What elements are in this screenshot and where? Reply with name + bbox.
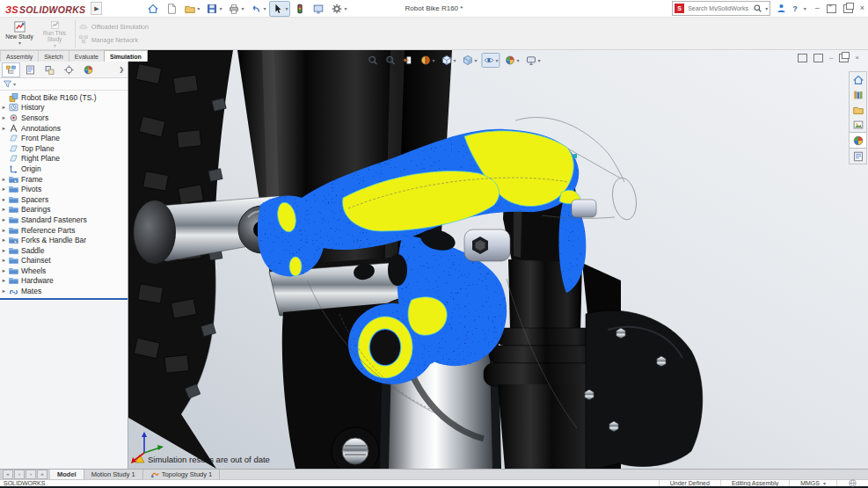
tab-model[interactable]: Model xyxy=(50,470,84,479)
help-button[interactable]: ? xyxy=(792,4,798,13)
edit-appearance-icon[interactable]: ▾ xyxy=(503,53,522,68)
tree-item-reference-parts[interactable]: ▸Reference Parts xyxy=(0,225,128,236)
panel-expand-icon[interactable]: ❯ xyxy=(119,66,126,73)
design-library-icon[interactable] xyxy=(850,87,866,102)
tree-item-history[interactable]: ▸History xyxy=(0,103,128,113)
previous-view-icon[interactable] xyxy=(400,53,415,68)
search-icon[interactable] xyxy=(753,4,762,13)
filter-dropdown-icon[interactable]: ▾ xyxy=(13,81,16,87)
tab-evaluate[interactable]: Evaluate xyxy=(69,50,105,62)
view-palette-icon[interactable] xyxy=(850,117,866,132)
tree-item-sensors[interactable]: ▸Sensors xyxy=(0,113,128,123)
tree-item-top-plane[interactable]: Top Plane xyxy=(0,143,128,154)
filter-icon[interactable] xyxy=(3,79,12,89)
zoom-to-fit-icon[interactable] xyxy=(365,53,380,68)
solidworks-resources-icon[interactable] xyxy=(850,72,866,87)
status-editing-mode[interactable]: Editing Assembly xyxy=(720,480,789,486)
options-icon[interactable]: ▾ xyxy=(328,1,349,17)
display-style-icon[interactable]: ▾ xyxy=(461,53,479,68)
section-view-icon[interactable]: ▾ xyxy=(418,53,436,68)
print-icon[interactable]: ▾ xyxy=(225,1,246,17)
tree-item-origin[interactable]: Origin xyxy=(0,164,128,174)
home-icon[interactable] xyxy=(144,1,162,17)
help-dropdown-icon[interactable]: ▾ xyxy=(804,5,806,11)
tree-item-bearings[interactable]: ▸Bearings xyxy=(0,205,128,215)
tree-item-chainset[interactable]: ▸Chainset xyxy=(0,256,128,266)
viewport-close-icon[interactable]: × xyxy=(855,55,859,62)
dimxpert-manager-icon[interactable] xyxy=(60,62,78,77)
tree-item-wheels[interactable]: ▸Wheels xyxy=(0,266,128,276)
view-orientation-icon[interactable]: ▾ xyxy=(440,53,458,68)
tree-item-pivots[interactable]: ▸Pivots xyxy=(0,184,128,194)
view-settings-icon[interactable]: ▾ xyxy=(524,53,543,68)
folder-icon xyxy=(8,194,19,205)
tree-root[interactable]: Robot Bike R160 (TS.) xyxy=(0,92,128,103)
tab-sketch[interactable]: Sketch xyxy=(38,50,69,62)
tree-item-saddle[interactable]: ▸Saddle xyxy=(0,245,128,256)
status-globe-icon[interactable] xyxy=(836,480,868,486)
tree-item-spacers[interactable]: ▸Spacers xyxy=(0,194,128,205)
search-input[interactable] xyxy=(686,4,751,12)
folder-icon xyxy=(8,184,19,194)
tab-simulation[interactable]: Simulation xyxy=(104,50,148,62)
tree-item-standard-fasteners[interactable]: ▸Standard Fasteners xyxy=(0,215,128,225)
feature-manager-tree-icon[interactable] xyxy=(2,62,20,77)
configuration-manager-icon[interactable] xyxy=(40,62,59,77)
file-properties-icon[interactable] xyxy=(310,1,327,17)
toolbar-flyout-arrow[interactable]: ▶ xyxy=(91,2,102,15)
restore-button[interactable] xyxy=(843,4,853,13)
custom-properties-icon[interactable] xyxy=(850,149,866,164)
property-manager-icon[interactable] xyxy=(21,62,40,77)
bottom-bracket-disc[interactable] xyxy=(332,427,379,469)
tab-motion-study-1[interactable]: Motion Study 1 xyxy=(84,470,143,479)
titlebar-right: S ▾ ? ▾ – × xyxy=(672,1,864,16)
new-document-icon[interactable] xyxy=(163,1,180,17)
hide-show-items-icon[interactable]: ▾ xyxy=(482,53,500,68)
tree-item-right-plane[interactable]: Right Plane xyxy=(0,154,128,164)
model-scene[interactable]: Simulation results are out of date xyxy=(128,50,868,469)
pane-right-icon[interactable] xyxy=(813,54,823,62)
tree-item-front-plane[interactable]: Front Plane xyxy=(0,133,128,143)
folder-icon xyxy=(8,255,19,266)
manage-network-button[interactable]: Manage Network xyxy=(78,34,149,45)
solidworks-window: ЗSSOLIDWORKS ▶ ▾ ▾ ▾ ▾ ▾ ▾ Robot Bike R1… xyxy=(0,0,868,488)
tree-item-mates[interactable]: ▸Mates xyxy=(0,286,128,296)
select-icon[interactable]: ▾ xyxy=(269,1,290,17)
rebuild-icon[interactable] xyxy=(291,1,309,17)
command-manager-ribbon: New Study▾ Run This Study▾ Offloaded Sim… xyxy=(0,18,868,50)
tab-topology-study-1[interactable]: Topology Study 1 xyxy=(143,470,221,479)
pin-button[interactable] xyxy=(827,4,836,13)
folder-icon xyxy=(8,275,19,286)
offloaded-simulation-button[interactable]: Offloaded Simulation xyxy=(78,21,149,32)
zoom-to-area-icon[interactable] xyxy=(383,53,398,68)
search-box[interactable]: S ▾ xyxy=(672,1,770,16)
folder-icon xyxy=(8,266,19,276)
appearances-scenes-icon[interactable] xyxy=(850,132,866,149)
scroll-prev-icon[interactable]: ‹ xyxy=(14,470,25,479)
viewport-minimize-icon[interactable]: – xyxy=(829,55,833,62)
scroll-next-icon[interactable]: › xyxy=(26,470,36,479)
tree-item-forks-handle-bar[interactable]: ▸Forks & Handle Bar xyxy=(0,235,128,245)
tree-item-annotations[interactable]: ▸Annotations xyxy=(0,123,128,134)
tree-item-frame[interactable]: ▸Frame xyxy=(0,174,128,185)
scroll-first-icon[interactable]: « xyxy=(3,470,13,479)
status-units[interactable]: MMGS▾ xyxy=(789,480,836,486)
open-icon[interactable]: ▾ xyxy=(181,1,202,17)
minimize-button[interactable]: – xyxy=(815,4,820,12)
run-this-study-button[interactable]: Run This Study▾ xyxy=(37,18,72,49)
undo-icon[interactable]: ▾ xyxy=(247,1,268,17)
close-button[interactable]: × xyxy=(860,4,864,12)
file-explorer-icon[interactable] xyxy=(850,102,866,117)
user-account-icon[interactable] xyxy=(776,3,787,14)
tree-item-hardware[interactable]: ▸Hardware xyxy=(0,276,128,287)
graphics-viewport[interactable]: Simulation results are out of date xyxy=(128,50,868,469)
new-study-button[interactable]: New Study▾ xyxy=(2,18,37,49)
scroll-last-icon[interactable]: » xyxy=(37,470,47,479)
display-manager-icon[interactable] xyxy=(79,62,98,77)
plane-icon xyxy=(8,143,19,154)
tab-assembly[interactable]: Assembly xyxy=(0,50,39,62)
viewport-restore-icon[interactable] xyxy=(839,54,849,62)
pane-left-icon[interactable] xyxy=(798,54,807,62)
search-dropdown-icon[interactable]: ▾ xyxy=(765,5,768,11)
save-icon[interactable]: ▾ xyxy=(203,1,224,17)
